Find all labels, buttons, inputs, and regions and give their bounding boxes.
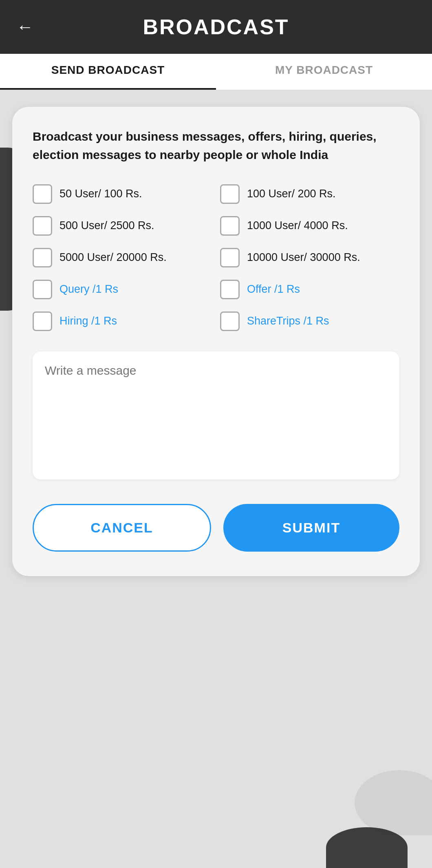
option-2-label: 100 User/ 200 Rs. [247, 186, 336, 202]
option-10-label: ShareTrips /1 Rs [247, 314, 329, 329]
option-3[interactable]: 500 User/ 2500 Rs. [33, 216, 212, 236]
page-title: BROADCAST [143, 15, 289, 39]
buttons-row: CANCEL SUBMIT [33, 504, 399, 552]
options-grid: 50 User/ 100 Rs. 100 User/ 200 Rs. 500 U… [33, 184, 399, 331]
checkbox-8[interactable] [220, 280, 240, 299]
option-2[interactable]: 100 User/ 200 Rs. [220, 184, 399, 204]
option-6[interactable]: 10000 User/ 30000 Rs. [220, 248, 399, 267]
option-8[interactable]: Offer /1 Rs [220, 280, 399, 299]
checkbox-6[interactable] [220, 248, 240, 267]
message-area [33, 351, 399, 479]
option-7[interactable]: Query /1 Rs [33, 280, 212, 299]
option-4[interactable]: 1000 User/ 4000 Rs. [220, 216, 399, 236]
content-area: Broadcast your business messages, offers… [0, 91, 432, 868]
app-header: ← BROADCAST [0, 0, 432, 54]
option-1[interactable]: 50 User/ 100 Rs. [33, 184, 212, 204]
checkbox-5[interactable] [33, 248, 52, 267]
checkbox-10[interactable] [220, 311, 240, 331]
option-1-label: 50 User/ 100 Rs. [60, 186, 142, 202]
option-3-label: 500 User/ 2500 Rs. [60, 218, 154, 234]
tab-send-broadcast[interactable]: SEND BROADCAST [0, 54, 216, 90]
cancel-button[interactable]: CANCEL [33, 504, 211, 552]
option-9[interactable]: Hiring /1 Rs [33, 311, 212, 331]
option-5[interactable]: 5000 User/ 20000 Rs. [33, 248, 212, 267]
tab-bar: SEND BROADCAST MY BROADCAST [0, 54, 432, 91]
message-input[interactable] [45, 364, 387, 466]
submit-button[interactable]: SUBMIT [223, 504, 399, 552]
broadcast-card: Broadcast your business messages, offers… [12, 107, 420, 576]
checkbox-1[interactable] [33, 184, 52, 204]
checkbox-7[interactable] [33, 280, 52, 299]
deco-bottom-right [355, 770, 432, 835]
card-description: Broadcast your business messages, offers… [33, 127, 399, 164]
tab-my-broadcast[interactable]: MY BROADCAST [216, 54, 432, 90]
checkbox-2[interactable] [220, 184, 240, 204]
option-7-label: Query /1 Rs [60, 282, 118, 297]
deco-bottom-right2 [326, 827, 408, 868]
option-4-label: 1000 User/ 4000 Rs. [247, 218, 348, 234]
option-9-label: Hiring /1 Rs [60, 314, 117, 329]
back-button[interactable]: ← [16, 17, 33, 37]
checkbox-4[interactable] [220, 216, 240, 236]
option-5-label: 5000 User/ 20000 Rs. [60, 250, 167, 265]
option-6-label: 10000 User/ 30000 Rs. [247, 250, 360, 265]
option-8-label: Offer /1 Rs [247, 282, 300, 297]
checkbox-9[interactable] [33, 311, 52, 331]
option-10[interactable]: ShareTrips /1 Rs [220, 311, 399, 331]
checkbox-3[interactable] [33, 216, 52, 236]
